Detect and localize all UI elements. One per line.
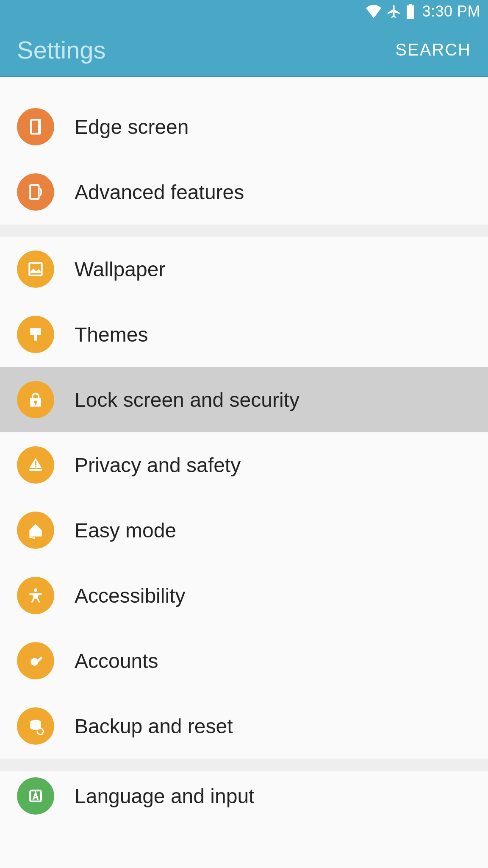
search-button[interactable]: SEARCH (395, 40, 471, 59)
list-item-privacy-safety[interactable]: Privacy and safety (0, 432, 488, 498)
language-input-icon (17, 777, 54, 815)
airplane-mode-icon (386, 4, 402, 19)
list-item-easy-mode[interactable]: Easy mode (0, 498, 488, 563)
list-item-partial[interactable] (0, 77, 488, 94)
list-item-label: Backup and reset (75, 715, 233, 738)
list-item-wallpaper[interactable]: Wallpaper (0, 236, 488, 302)
list-item-accessibility[interactable]: Accessibility (0, 563, 488, 628)
themes-icon (17, 316, 54, 353)
svg-point-9 (34, 588, 37, 592)
list-item-themes[interactable]: Themes (0, 302, 488, 367)
list-item-label: Privacy and safety (75, 453, 241, 477)
edge-screen-icon (17, 108, 54, 145)
accounts-icon (17, 642, 54, 679)
list-item-label: Advanced features (75, 181, 244, 204)
backup-reset-icon (17, 707, 54, 745)
list-item-label: Edge screen (75, 115, 189, 139)
list-item-label: Easy mode (75, 519, 176, 542)
list-item-label: Wallpaper (75, 258, 165, 281)
list-item-accounts[interactable]: Accounts (0, 628, 488, 693)
svg-rect-6 (35, 461, 36, 465)
section-divider (0, 225, 488, 236)
section-divider (0, 759, 488, 771)
svg-rect-2 (30, 185, 39, 199)
svg-rect-7 (35, 466, 36, 467)
wallpaper-icon (17, 250, 54, 288)
list-item-label: Accounts (75, 649, 158, 673)
settings-list[interactable]: Edge screen Advanced features Wallpaper … (0, 77, 488, 821)
list-item-label: Themes (75, 323, 148, 346)
wifi-icon (365, 5, 382, 18)
page-title: Settings (17, 36, 106, 64)
svg-rect-8 (29, 469, 42, 471)
svg-rect-4 (30, 328, 41, 335)
status-bar: 3:30 PM (0, 0, 488, 23)
list-item-advanced-features[interactable]: Advanced features (0, 159, 488, 225)
svg-point-11 (30, 720, 41, 724)
status-time: 3:30 PM (422, 3, 480, 20)
svg-rect-10 (37, 657, 43, 662)
list-item-label: Language and input (75, 785, 254, 808)
list-item-edge-screen[interactable]: Edge screen (0, 94, 488, 159)
accessibility-icon (17, 577, 54, 614)
svg-rect-1 (38, 120, 41, 134)
advanced-features-icon (17, 173, 54, 211)
privacy-icon (17, 446, 54, 484)
svg-rect-5 (34, 335, 37, 341)
list-item-label: Lock screen and security (75, 388, 299, 412)
battery-icon (406, 4, 415, 19)
svg-rect-3 (29, 263, 42, 275)
app-bar: Settings SEARCH (0, 23, 488, 77)
easy-mode-icon (17, 512, 54, 549)
list-item-label: Accessibility (75, 584, 185, 607)
list-item-language-input[interactable]: Language and input (0, 771, 488, 821)
list-item-lock-screen-security[interactable]: Lock screen and security (0, 367, 488, 432)
lock-icon (17, 381, 54, 418)
list-item-backup-reset[interactable]: Backup and reset (0, 693, 488, 759)
